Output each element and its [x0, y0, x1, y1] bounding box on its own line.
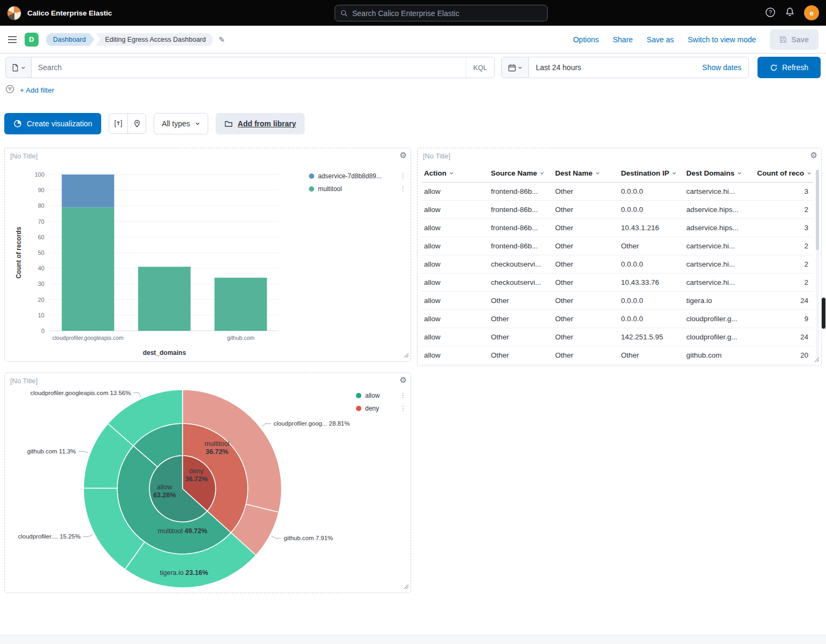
table-cell: tigera.io [684, 297, 749, 305]
add-text-button[interactable] [109, 114, 127, 133]
kql-search[interactable]: KQL [31, 57, 495, 78]
show-dates-button[interactable]: Show dates [702, 63, 741, 72]
table-cell: adservice.hips... [684, 206, 749, 214]
legend-menu-icon[interactable]: ⋮ [399, 404, 406, 412]
svg-text:Count of records: Count of records [15, 226, 22, 278]
add-map-button[interactable] [127, 114, 146, 133]
sunburst-legend: allow⋮deny⋮ [356, 391, 406, 417]
table-row: allowfrontend-86b...Other0.0.0.0cartserv… [422, 183, 814, 201]
query-bar: KQL Last 24 hours Show dates Refresh [0, 54, 826, 81]
table-cell: frontend-86b... [489, 224, 553, 232]
table-cell: Other [553, 187, 619, 195]
sort-chevron-icon [449, 171, 454, 176]
svg-text:github.com: github.com [227, 335, 255, 341]
svg-text:cloudprofiler.googleapis.com: cloudprofiler.googleapis.com 13.56% [31, 390, 131, 396]
legend-dot [356, 406, 361, 411]
map-marker-icon [133, 119, 141, 128]
legend-menu-icon[interactable]: ⋮ [399, 185, 406, 193]
sort-chevron-icon [595, 171, 600, 176]
user-avatar[interactable]: e [804, 5, 819, 20]
save-as-button[interactable]: Save as [647, 35, 674, 44]
svg-text:30: 30 [38, 281, 44, 287]
panel-table: [No Title] ⚙ ActionSource NameDest NameD… [417, 148, 822, 366]
refresh-button[interactable]: Refresh [757, 57, 821, 78]
panel-resize-handle[interactable] [404, 351, 409, 360]
svg-text:multitool: multitool [204, 440, 230, 448]
switch-view-mode-button[interactable]: Switch to view mode [688, 35, 756, 44]
legend-item-adservice-7d8b8d89-[interactable]: adservice-7d8b8d89...⋮ [309, 172, 406, 180]
all-types-dropdown[interactable]: All types [154, 113, 208, 134]
table-scrollbar[interactable] [816, 170, 819, 360]
bottom-strip [0, 635, 826, 644]
table-row: allowOtherOther0.0.0.0cloudprofiler.g...… [422, 310, 814, 328]
legend-menu-icon[interactable]: ⋮ [399, 172, 406, 180]
legend-label: allow [365, 392, 380, 399]
table-cell: allow [422, 224, 489, 232]
breadcrumb-dashboard[interactable]: Dashboard [46, 33, 94, 46]
calendar-button[interactable] [502, 57, 529, 78]
share-button[interactable]: Share [613, 35, 633, 44]
date-picker: Last 24 hours Show dates [501, 57, 749, 78]
table-cell: 0.0.0.0 [619, 297, 684, 305]
panel-resize-handle[interactable] [814, 355, 820, 365]
edit-toolbar: Create visualization All types Add from … [0, 111, 309, 136]
calendar-icon [508, 64, 516, 72]
table-cell: checkoutservi... [489, 260, 553, 268]
global-search[interactable] [335, 5, 548, 21]
table-cell: frontend-86b... [489, 187, 553, 195]
edit-title-icon[interactable]: ✎ [218, 35, 225, 44]
panel-resize-handle[interactable] [404, 582, 409, 592]
column-header-dest-domains[interactable]: Dest Domains [684, 169, 749, 177]
table-cell: allow [422, 333, 489, 341]
dashboard-app-badge[interactable]: D [25, 33, 39, 47]
table-cell: allow [422, 260, 489, 268]
table-cell: cartservice.hi... [684, 278, 749, 286]
table-cell: Other [489, 297, 553, 305]
page-scrollbar-thumb[interactable] [822, 298, 825, 329]
table-cell: 2 [749, 278, 814, 286]
panel-settings-icon[interactable]: ⚙ [810, 150, 817, 160]
table-cell: allow [422, 187, 489, 195]
column-header-count-of-reco[interactable]: Count of reco [749, 169, 814, 177]
saved-query-menu-button[interactable] [5, 57, 31, 78]
legend-item-allow[interactable]: allow⋮ [356, 391, 406, 399]
legend-item-deny[interactable]: deny⋮ [356, 404, 406, 412]
create-visualization-button[interactable]: Create visualization [4, 113, 101, 134]
save-button[interactable]: Save [770, 29, 819, 50]
table-cell: Other [553, 206, 619, 214]
legend-menu-icon[interactable]: ⋮ [399, 391, 406, 399]
time-range-value[interactable]: Last 24 hours [536, 63, 581, 72]
sort-chevron-icon [807, 171, 812, 176]
svg-text:dest_domains: dest_domains [143, 349, 186, 357]
menu-icon[interactable] [7, 36, 17, 43]
notifications-icon[interactable] [785, 7, 795, 19]
caret-down-icon [21, 65, 26, 70]
table-cell: Other [553, 242, 619, 250]
global-search-input[interactable] [352, 9, 542, 18]
add-filter-button[interactable]: + Add filter [20, 86, 54, 94]
panel-settings-icon[interactable]: ⚙ [400, 150, 407, 160]
column-header-destination-ip[interactable]: Destination IP [619, 169, 684, 177]
table-row: allowcheckoutservi...Other0.0.0.0cartser… [422, 255, 814, 274]
svg-text:cloudprofiler.goog... 28.81%: cloudprofiler.goog... 28.81% [274, 420, 350, 427]
column-header-source-name[interactable]: Source Name [489, 169, 553, 177]
kql-badge[interactable]: KQL [466, 57, 494, 78]
sunburst-chart[interactable]: deny36.72%allow63.28%multitool36.72%mult… [5, 376, 403, 590]
table-header-row: ActionSource NameDest NameDestination IP… [422, 165, 814, 183]
table-cell: allow [422, 206, 489, 214]
column-header-dest-name[interactable]: Dest Name [553, 169, 619, 177]
nav-bar: D Dashboard Editing Egress Access Dashbo… [0, 26, 826, 54]
kql-search-input[interactable] [38, 63, 466, 72]
breadcrumb-current: Editing Egress Access Dashboard [95, 33, 213, 46]
legend-item-multitool[interactable]: multitool⋮ [309, 185, 406, 193]
options-button[interactable]: Options [573, 35, 598, 44]
svg-text:36.72%: 36.72% [185, 475, 208, 483]
panel-title: [No Title] [10, 152, 37, 160]
chevron-down-icon [195, 121, 200, 126]
column-header-action[interactable]: Action [422, 169, 489, 177]
add-from-library-button[interactable]: Add from library [216, 113, 305, 134]
help-icon[interactable]: ? [765, 7, 776, 19]
table-cell: 10.43.1.216 [619, 224, 684, 232]
table-row: allowOtherOther0.0.0.0tigera.io24 [422, 292, 814, 310]
table-cell: allow [422, 297, 489, 305]
